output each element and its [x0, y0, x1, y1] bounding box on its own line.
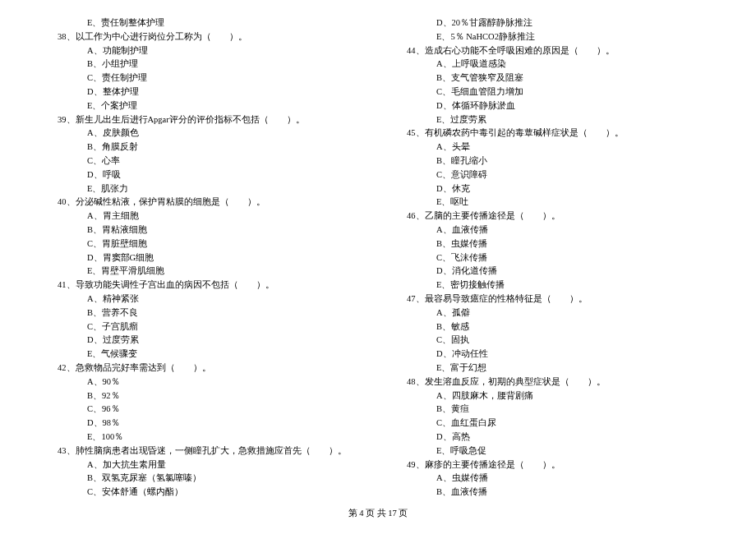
- question-stem: 40、分泌碱性粘液，保护胃粘膜的细胞是（ ）。: [58, 196, 357, 209]
- question-option: D、高热: [407, 430, 707, 444]
- question-option: B、敏感: [407, 320, 707, 334]
- question-option: B、血液传播: [407, 486, 707, 499]
- question-option: B、92％: [58, 389, 357, 403]
- question-option: A、血液传播: [407, 223, 707, 237]
- question-option: A、90％: [58, 375, 357, 389]
- question-option: A、上呼吸道感染: [407, 58, 707, 71]
- question-option: C、子宫肌瘤: [58, 320, 357, 334]
- question-option: C、意识障碍: [407, 168, 707, 182]
- question-option: B、支气管狭窄及阻塞: [407, 71, 707, 85]
- question-option: E、富于幻想: [407, 361, 707, 375]
- question-stem: 41、导致功能失调性子宫出血的病因不包括（ ）。: [58, 279, 357, 292]
- page-footer: 第 4 页 共 17 页: [0, 501, 756, 519]
- question-option: A、孤僻: [407, 306, 707, 320]
- question-option: D、消化道传播: [407, 265, 707, 279]
- question-option: C、责任制护理: [58, 71, 357, 85]
- question-option: D、98％: [58, 417, 357, 430]
- question-stem: 49、麻疹的主要传播途径是（ ）。: [407, 458, 707, 472]
- question-option: E、5％ NaHCO2静脉推注: [407, 30, 707, 44]
- question-stem: 48、发生溶血反应，初期的典型症状是（ ）。: [407, 375, 707, 389]
- question-option: C、安体舒通（螺内酯）: [58, 486, 357, 499]
- question-option: D、休克: [407, 182, 707, 196]
- question-stem: 46、乙脑的主要传播途径是（ ）。: [407, 209, 707, 223]
- question-option: C、固执: [407, 334, 707, 348]
- question-option: B、黄疸: [407, 403, 707, 417]
- exam-page: E、责任制整体护理 38、以工作为中心进行岗位分工称为（ ）。A、功能制护理B、…: [0, 0, 756, 501]
- question-option: E、肌张力: [58, 182, 357, 196]
- question-option: A、头晕: [407, 140, 707, 154]
- question-container: 38、以工作为中心进行岗位分工称为（ ）。A、功能制护理B、小组护理C、责任制护…: [58, 16, 756, 501]
- question-stem: 43、肺性脑病患者出现昏迷，一侧瞳孔扩大，急救措施应首先（ ）。: [58, 444, 357, 458]
- question-option: D、整体护理: [58, 85, 357, 99]
- question-option: D、胃窦部G细胞: [58, 251, 357, 265]
- question-option: A、功能制护理: [58, 44, 357, 58]
- question-option: D、20％甘露醇静脉推注: [407, 16, 707, 30]
- question-option: E、100％: [58, 430, 357, 444]
- question-option: D、冲动任性: [407, 348, 707, 361]
- question-option: B、小组护理: [58, 58, 357, 71]
- question-option: A、四肢麻木，腰背剧痛: [407, 389, 707, 403]
- question-stem: 45、有机磷农药中毒引起的毒蕈碱样症状是（ ）。: [407, 127, 707, 140]
- question-option: E、呼吸急促: [407, 444, 707, 458]
- question-option: B、虫媒传播: [407, 237, 707, 251]
- question-option: A、皮肤颜色: [58, 127, 357, 140]
- question-option: A、胃主细胞: [58, 209, 357, 223]
- question-stem: 39、新生儿出生后进行Apgar评分的评价指标不包括（ ）。: [58, 113, 357, 127]
- question-option: D、过度劳累: [58, 334, 357, 348]
- question-option: A、加大抗生素用量: [58, 458, 357, 472]
- question-stem: 42、急救物品完好率需达到（ ）。: [58, 361, 357, 375]
- question-option: C、血红蛋白尿: [407, 417, 707, 430]
- question-option: C、96％: [58, 403, 357, 417]
- question-option: E、过度劳累: [407, 113, 707, 127]
- question-option: B、胃粘液细胞: [58, 223, 357, 237]
- question-option: C、胃脏壁细胞: [58, 237, 357, 251]
- question-stem: 47、最容易导致癔症的性格特征是（ ）。: [407, 292, 707, 306]
- question-option: B、角膜反射: [58, 140, 357, 154]
- question-option: A、虫媒传播: [407, 472, 707, 486]
- question-option: E、密切接触传播: [407, 279, 707, 292]
- question-option: D、呼吸: [58, 168, 357, 182]
- question-option: B、双氢克尿塞（氢氯噻嗪）: [58, 472, 357, 486]
- question-option: E、个案护理: [58, 99, 357, 113]
- question-option: C、心率: [58, 154, 357, 168]
- question-option: B、营养不良: [58, 306, 357, 320]
- question-option: B、瞳孔缩小: [407, 154, 707, 168]
- question-option: A、精神紧张: [58, 292, 357, 306]
- question-option: D、体循环静脉淤血: [407, 99, 707, 113]
- orphan-option: E、责任制整体护理: [58, 16, 357, 30]
- question-stem: 44、造成右心功能不全呼吸困难的原因是（ ）。: [407, 44, 707, 58]
- question-option: C、毛细血管阻力增加: [407, 85, 707, 99]
- question-option: E、气候骤变: [58, 348, 357, 361]
- question-stem: 38、以工作为中心进行岗位分工称为（ ）。: [58, 30, 357, 44]
- question-option: E、呕吐: [407, 196, 707, 209]
- question-option: E、胃壁平滑肌细胞: [58, 265, 357, 279]
- question-option: C、飞沫传播: [407, 251, 707, 265]
